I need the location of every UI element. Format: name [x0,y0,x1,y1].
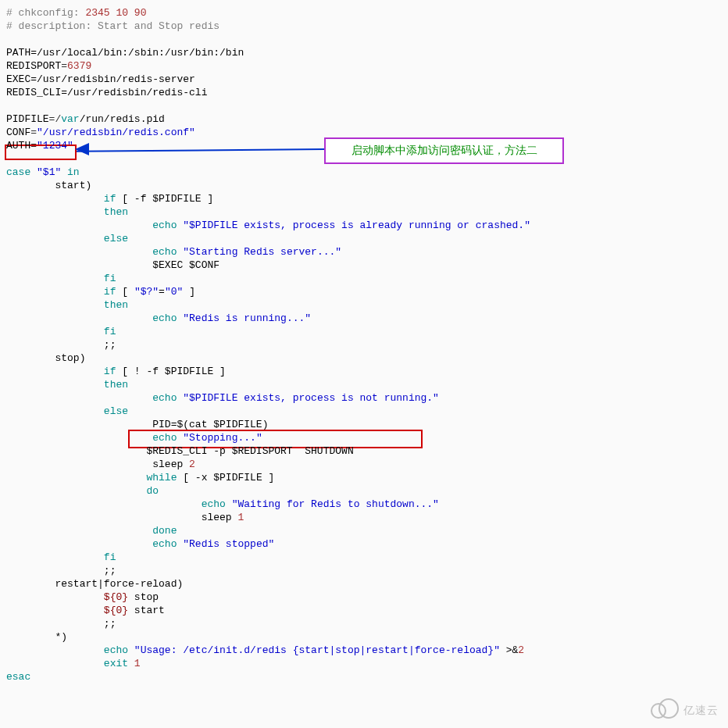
var-path-val: =/usr/local/bin:/sbin:/usr/bin:/bin [30,47,244,59]
watermark: 亿速云 [649,701,719,720]
watermark-text: 亿速云 [683,704,719,718]
msg-starting: "Starting Redis server..." [183,246,341,258]
var-redisport-val: 6379 [67,60,91,72]
stderr-redir: >& [506,644,519,656]
kw-in: in [67,166,80,178]
msg-stopped: "Redis stopped" [183,538,274,550]
kw-if: if [104,366,116,377]
code-block: # chkconfig: 2345 10 90 # description: S… [0,0,728,690]
bracket-open: [ [122,286,128,298]
kw-while: while [146,472,177,484]
sleep-2: 2 [189,459,195,470]
msg-waiting: "Waiting for Redis to shutdown..." [232,498,439,510]
kw-then: then [104,206,128,218]
var-path-key: PATH [6,47,30,59]
kw-exit: exit [104,658,128,669]
kw-fi: fi [104,326,116,337]
label-restart: restart|force-reload) [55,578,183,590]
stop-test: [ ! -f $PIDFILE ] [122,366,226,377]
var-conf-val: "/usr/redisbin/redis.conf" [37,127,195,138]
label-start: start) [55,180,91,191]
msg-running: "Redis is running..." [183,312,311,324]
double-semi: ;; [104,565,116,576]
kw-echo: echo [152,246,177,258]
kw-done: done [152,525,177,537]
kw-then: then [104,379,128,391]
cloud-icon [649,701,680,720]
var-auth-val: "1234" [37,140,73,152]
label-star: *) [55,631,67,643]
stderr-n: 2 [518,644,524,656]
msg-pidfile-exists: "$PIDFILE exists, process is already run… [183,219,530,231]
line-pid-assign: PID=$(cat $PIDFILE) [152,419,268,430]
msg-usage: "Usage: /etc/init.d/redis {start|stop|re… [134,644,500,656]
exit-1: 1 [134,658,141,669]
kw-fi: fi [104,551,116,563]
var-pidfile-rest: /run/redis.pid [80,113,165,125]
restart-zero: ${0} [104,591,128,603]
var-exec-key: EXEC [6,73,30,85]
var-auth-key: AUTH [6,140,30,152]
var-pidfile-var: var [61,113,79,125]
restart-stop: stop [128,591,159,603]
var-redisport-key: REDISPORT [6,60,61,72]
zero-test-var: "$?" [134,286,159,298]
restart-zero: ${0} [104,605,128,616]
kw-echo: echo [202,498,226,510]
kw-if: if [104,193,116,205]
double-semi: ;; [104,618,116,630]
case-arg: "$1" [37,166,61,178]
var-pidfile-key: PIDFILE [6,113,49,125]
kw-else: else [104,233,128,244]
sleep-1: 1 [237,512,244,523]
label-stop: stop) [55,352,85,364]
kw-then: then [104,299,128,311]
eq: = [159,286,165,298]
kw-sleep: sleep [202,512,232,523]
kw-esac: esac [6,671,30,683]
var-cli-key: REDIS_CLI [6,87,61,98]
double-semi: ;; [104,339,116,351]
start-test: [ -f $PIDFILE ] [122,193,213,205]
kw-echo: echo [152,432,177,444]
kw-else: else [104,405,128,417]
line-exec-conf: $EXEC $CONF [152,259,219,271]
zero-test-val: "0" [165,286,183,298]
while-test: [ -x $PIDFILE ] [183,472,274,484]
kw-sleep: sleep [152,459,183,470]
var-exec-val: =/usr/redisbin/redis-server [30,73,195,85]
comment-description: # description: Start and Stop redis [6,20,219,32]
bracket-close: ] [189,286,195,298]
kw-do: do [146,485,159,497]
line-shutdown: $REDIS_CLI -p $REDISPORT SHUTDOWN [146,445,353,457]
kw-echo: echo [104,644,128,656]
kw-echo: echo [152,219,177,231]
kw-echo: echo [152,312,177,324]
kw-if: if [104,286,116,298]
comment-chkconfig-label: # chkconfig: [6,7,80,19]
msg-not-running: "$PIDFILE exists, process is not running… [183,392,439,404]
kw-echo: echo [152,392,177,404]
var-conf-key: CONF [6,127,30,138]
kw-echo: echo [152,538,177,550]
kw-case: case [6,166,30,178]
kw-fi: fi [104,273,116,284]
msg-stopping: "Stopping..." [183,432,262,444]
comment-chkconfig-value: 2345 10 90 [85,7,146,19]
restart-start: start [128,605,165,616]
var-cli-val: =/usr/redisbin/redis-cli [61,87,207,98]
